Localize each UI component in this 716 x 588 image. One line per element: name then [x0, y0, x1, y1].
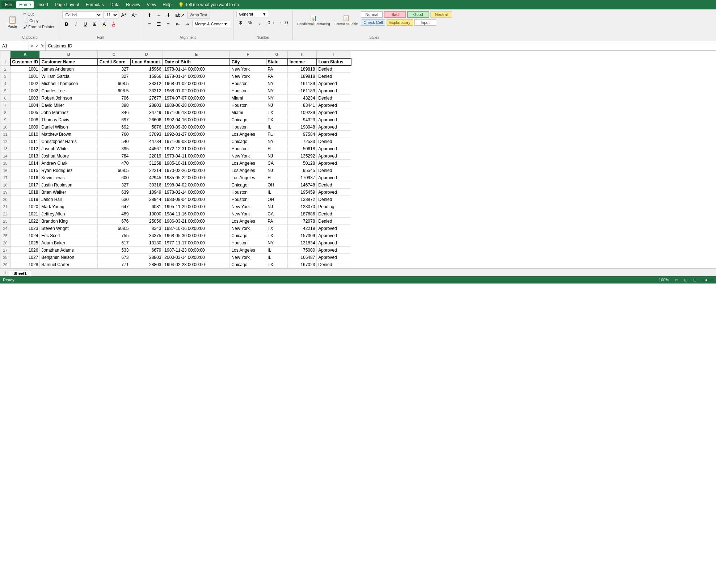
- col-header-h[interactable]: H: [288, 51, 317, 58]
- table-cell[interactable]: 8: [0, 109, 10, 116]
- table-cell[interactable]: 608.5: [98, 167, 130, 174]
- table-cell[interactable]: William Garcia: [40, 73, 98, 80]
- table-cell[interactable]: Matthew Brown: [40, 131, 98, 138]
- table-cell[interactable]: 28: [0, 254, 10, 261]
- table-cell[interactable]: 489: [98, 210, 130, 218]
- table-cell[interactable]: 600: [98, 174, 130, 181]
- decrease-decimal-button[interactable]: ←.0: [277, 18, 290, 26]
- table-cell[interactable]: Denied: [317, 73, 351, 80]
- table-cell[interactable]: Los Angeles: [230, 218, 266, 225]
- table-cell[interactable]: 37093: [130, 131, 163, 138]
- table-cell[interactable]: 1992-04-16 00:00:00: [163, 116, 230, 123]
- table-row[interactable]: 131012Joseph White395445671972-12-31 00:…: [0, 145, 351, 152]
- table-cell[interactable]: New York: [230, 210, 266, 218]
- font-size-selector[interactable]: 11: [103, 11, 118, 18]
- table-row[interactable]: 61003Robert Johnson706276771974-07-07 00…: [0, 94, 351, 102]
- table-cell[interactable]: Approved: [317, 123, 351, 131]
- border-button[interactable]: ⊞: [90, 20, 99, 28]
- table-cell[interactable]: 50128: [288, 160, 317, 167]
- wrap-text-button[interactable]: Wrap Text: [187, 11, 210, 19]
- table-cell[interactable]: Jeffrey Allen: [40, 210, 98, 218]
- menu-data[interactable]: Data: [108, 1, 122, 8]
- col-header-d[interactable]: D: [130, 51, 163, 58]
- table-cell[interactable]: 135292: [288, 152, 317, 160]
- table-cell[interactable]: 630: [98, 196, 130, 203]
- table-cell[interactable]: 1995-11-29 00:00:00: [163, 203, 230, 210]
- table-row[interactable]: 31001William Garcia327159661978-01-14 00…: [0, 73, 351, 80]
- style-explanatory[interactable]: Explanatory: [387, 19, 413, 26]
- table-cell[interactable]: TX: [266, 232, 288, 239]
- table-cell[interactable]: 639: [98, 189, 130, 196]
- table-cell[interactable]: 26606: [130, 116, 163, 123]
- style-bad[interactable]: Bad: [384, 11, 406, 18]
- table-cell[interactable]: 692: [98, 123, 130, 131]
- table-cell[interactable]: 18: [0, 181, 10, 189]
- table-cell[interactable]: CA: [266, 210, 288, 218]
- table-cell[interactable]: 5876: [130, 123, 163, 131]
- table-cell[interactable]: 673: [98, 254, 130, 261]
- table-cell[interactable]: 1002: [10, 80, 40, 87]
- fill-color-button[interactable]: A: [100, 20, 109, 28]
- table-row[interactable]: 51002Charles Lee608.5333121968-01-02 00:…: [0, 87, 351, 94]
- table-row[interactable]: 71004David Miller398288031988-06-28 00:0…: [0, 102, 351, 109]
- table-cell[interactable]: 6081: [130, 203, 163, 210]
- table-cell[interactable]: 1028: [10, 261, 40, 268]
- table-cell[interactable]: 11: [0, 131, 10, 138]
- paste-button[interactable]: 📋 Paste: [4, 11, 21, 33]
- table-cell[interactable]: 1971-06-18 00:00:00: [163, 109, 230, 116]
- table-cell[interactable]: OH: [266, 196, 288, 203]
- table-row[interactable]: 181017Justin Robinson327303161998-04-02 …: [0, 181, 351, 189]
- table-cell[interactable]: Michael Thompson: [40, 80, 98, 87]
- table-row[interactable]: 221021Jeffrey Allen489100001984-11-16 00…: [0, 210, 351, 218]
- table-cell[interactable]: 608.5: [98, 87, 130, 94]
- table-cell[interactable]: 533: [98, 247, 130, 254]
- table-cell[interactable]: 25: [0, 232, 10, 239]
- col-header-c[interactable]: C: [98, 51, 130, 58]
- table-cell[interactable]: Denied: [317, 94, 351, 102]
- table-cell[interactable]: Thomas Davis: [40, 116, 98, 123]
- table-row[interactable]: 271026Jonathan Adams53366791987-11-23 00…: [0, 247, 351, 254]
- table-cell[interactable]: IL: [266, 254, 288, 261]
- table-cell[interactable]: 187686: [288, 210, 317, 218]
- style-check-cell[interactable]: Check Cell: [361, 19, 385, 26]
- table-cell[interactable]: 161189: [288, 87, 317, 94]
- table-cell[interactable]: 1971-09-08 00:00:00: [163, 138, 230, 145]
- table-cell[interactable]: 33312: [130, 87, 163, 94]
- sheet-tab-add[interactable]: +: [1, 269, 9, 276]
- table-cell[interactable]: Approved: [317, 80, 351, 87]
- table-cell[interactable]: TX: [266, 109, 288, 116]
- table-cell[interactable]: Approved: [317, 87, 351, 94]
- table-cell[interactable]: Approved: [317, 145, 351, 152]
- table-row[interactable]: 261025Adam Baker617131301977-11-17 00:00…: [0, 239, 351, 247]
- table-cell[interactable]: Brandon King: [40, 218, 98, 225]
- table-cell[interactable]: 14: [0, 152, 10, 160]
- table-cell[interactable]: Chicago: [230, 181, 266, 189]
- table-cell[interactable]: FL: [266, 174, 288, 181]
- table-cell[interactable]: NY: [266, 87, 288, 94]
- table-cell[interactable]: 1019: [10, 196, 40, 203]
- table-cell[interactable]: 27: [0, 247, 10, 254]
- table-cell[interactable]: 95545: [288, 167, 317, 174]
- table-cell[interactable]: 27677: [130, 94, 163, 102]
- table-cell[interactable]: 6: [0, 94, 10, 102]
- table-cell[interactable]: New York: [230, 203, 266, 210]
- table-cell[interactable]: TX: [266, 116, 288, 123]
- table-cell[interactable]: Denied: [317, 218, 351, 225]
- table-cell[interactable]: Loan Status: [317, 58, 351, 66]
- table-row[interactable]: 111010Matthew Brown760370931992-01-27 00…: [0, 131, 351, 138]
- table-cell[interactable]: 1983-09-04 00:00:00: [163, 196, 230, 203]
- table-cell[interactable]: Charles Lee: [40, 87, 98, 94]
- table-cell[interactable]: 17: [0, 174, 10, 181]
- table-cell[interactable]: 34375: [130, 232, 163, 239]
- decrease-font-button[interactable]: A⁻: [130, 11, 139, 19]
- table-cell[interactable]: 1977-11-17 00:00:00: [163, 239, 230, 247]
- cancel-formula-icon[interactable]: ✕: [30, 43, 34, 49]
- table-cell[interactable]: 15966: [130, 66, 163, 73]
- table-cell[interactable]: 1972-12-31 00:00:00: [163, 145, 230, 152]
- table-cell[interactable]: 8343: [130, 225, 163, 232]
- sheet-tab-1[interactable]: Sheet1: [9, 270, 31, 276]
- table-cell[interactable]: 189818: [288, 73, 317, 80]
- table-cell[interactable]: 1022: [10, 218, 40, 225]
- table-cell[interactable]: Houston: [230, 80, 266, 87]
- table-cell[interactable]: NJ: [266, 203, 288, 210]
